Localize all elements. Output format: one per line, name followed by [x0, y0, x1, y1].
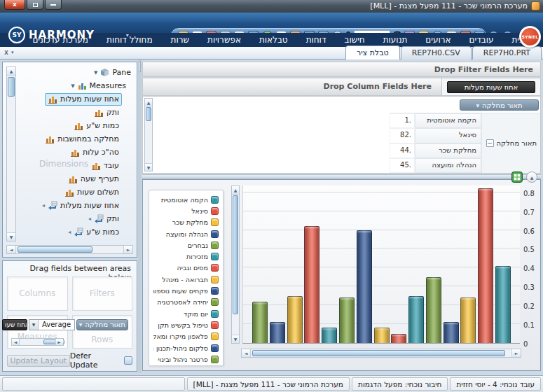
- drop-column-zone[interactable]: Drop Column Fields Here: [142, 78, 441, 96]
- menu-item[interactable]: טבלאות: [250, 34, 297, 46]
- filters-area[interactable]: Filters: [72, 276, 133, 311]
- field-item[interactable]: כמות ש"ע◂: [21, 225, 132, 239]
- close-tab-button[interactable]: x: [4, 48, 8, 56]
- chart-bar: [304, 226, 319, 343]
- collapse-icon[interactable]: −: [486, 139, 494, 147]
- scroll-up-icon[interactable]: ▲: [7, 67, 15, 76]
- columns-area[interactable]: Columns: [7, 276, 68, 311]
- scroll-left-icon[interactable]: ◄: [7, 246, 16, 253]
- defer-update-checkbox[interactable]: [124, 356, 132, 365]
- y-axis-label: 0.1: [523, 321, 535, 329]
- menu-item[interactable]: דוחות: [297, 34, 336, 46]
- scroll-up-icon[interactable]: ▲: [145, 99, 152, 106]
- measures-area-hscrollbar[interactable]: ◄ ►: [11, 338, 64, 346]
- pivot-vscrollbar[interactable]: ▲ ▼: [144, 98, 153, 172]
- rows-field-button[interactable]: ▼ תאור מחלקה: [76, 319, 129, 330]
- field-label: אחוז שעות מעלות: [60, 94, 119, 104]
- scrollbar-thumb[interactable]: [233, 195, 238, 314]
- legend-item: פקחים שעות נוספות: [153, 285, 219, 296]
- measure-field-button[interactable]: אחוז שעות מעלות: [447, 81, 535, 93]
- chart-bar: [287, 296, 303, 343]
- measure-field-chip[interactable]: אחוז שעו: [2, 319, 27, 330]
- field-item[interactable]: תשלום שעות: [21, 186, 132, 199]
- measures-area[interactable]: אחוז שעו ▼ Average Measures ◄ ►: [7, 315, 68, 349]
- restore-button[interactable]: [27, 0, 43, 10]
- pane-caret-icon[interactable]: ▼: [94, 70, 97, 76]
- tab-list-caret-icon[interactable]: ▾: [11, 50, 14, 55]
- horizontal-splitter[interactable]: [142, 174, 541, 179]
- field-item[interactable]: סה"כ עלות: [21, 146, 132, 159]
- measures-header[interactable]: Measures ▼: [21, 79, 132, 92]
- scroll-down-icon[interactable]: ▼: [145, 163, 152, 171]
- chart-bar: [444, 322, 459, 343]
- row-field-button[interactable]: ▼ תאור מחלקה: [460, 99, 539, 111]
- menu-item[interactable]: תנועות: [374, 34, 417, 46]
- tab[interactable]: REP7H0.CSV: [401, 46, 472, 59]
- pivot-row[interactable]: הנהלה ומועצה45.: [390, 158, 481, 173]
- field-item[interactable]: עובד: [21, 159, 132, 172]
- expand-arrow-icon: ◂: [88, 216, 91, 222]
- field-chip: ותק: [91, 106, 122, 119]
- field-item[interactable]: מחלקה במחושבות: [21, 132, 132, 146]
- toolbar-options-caret-icon[interactable]: ▾: [126, 32, 129, 38]
- vertical-splitter[interactable]: [138, 59, 142, 373]
- field-label: עובד: [104, 161, 119, 170]
- chart-hscrollbar[interactable]: ◄ ►: [241, 349, 521, 358]
- legend-swatch: [211, 230, 219, 238]
- status-bar: עובד נוכחי: 4 - יוסי חזזיתחיבור נוכחי: מ…: [0, 375, 543, 392]
- field-list-hscrollbar[interactable]: ◄ ►: [6, 245, 133, 254]
- menu-item[interactable]: אפשרויות: [198, 34, 250, 46]
- minimize-button[interactable]: [45, 0, 62, 10]
- drop-filter-zone[interactable]: Drop Filter Fields Here: [142, 62, 541, 77]
- field-item[interactable]: ותק◂: [21, 212, 132, 225]
- update-layout-button[interactable]: Update Layout: [7, 355, 70, 367]
- pivot-row[interactable]: סינאל82.: [390, 128, 481, 143]
- scroll-left-icon[interactable]: ◄: [12, 339, 20, 345]
- tab[interactable]: REP7H0.PRT: [472, 46, 542, 59]
- menu-item[interactable]: עובדים: [460, 34, 503, 46]
- filter-caret-icon: ▼: [476, 103, 479, 108]
- scroll-left-icon[interactable]: ◄: [242, 349, 251, 357]
- menu-item[interactable]: ארועים: [416, 34, 460, 46]
- scroll-down-icon[interactable]: ▼: [7, 232, 15, 241]
- field-item[interactable]: תעריף שעה: [21, 172, 132, 186]
- splitter-handle[interactable]: [139, 61, 141, 72]
- synel-logo: SYNEL: [519, 26, 541, 48]
- legend-item: נבחרים: [153, 239, 219, 251]
- app-logo: SY HARMONY ▾: [8, 27, 129, 43]
- drag-areas-grid: Filters Columns ▼ תאור מחלקה Rows אחוז ש…: [7, 276, 132, 349]
- tab[interactable]: טבלת ציר: [345, 46, 400, 59]
- aggregation-dropdown[interactable]: ▼ Average: [29, 319, 75, 330]
- scroll-up-icon[interactable]: ▲: [232, 186, 239, 195]
- legend-swatch: [211, 207, 219, 215]
- pivot-row-area: ▼ תאור מחלקה תאור מחלקה − הקמה אוטומטית1…: [390, 97, 540, 173]
- pane-header[interactable]: Pane ▼: [21, 66, 132, 79]
- menu-item[interactable]: שרות: [162, 34, 198, 46]
- field-label: תעריף שעה: [81, 174, 119, 183]
- dropdown-caret-icon: ▼: [29, 320, 39, 330]
- field-item[interactable]: כמות ש"ע: [21, 119, 132, 132]
- scrollbar-thumb[interactable]: [252, 350, 505, 356]
- scrollbar-thumb[interactable]: [146, 107, 151, 121]
- scroll-right-icon[interactable]: ►: [123, 246, 132, 253]
- measures-caret-icon[interactable]: ▼: [71, 83, 74, 89]
- field-item[interactable]: ותק: [21, 106, 132, 119]
- legend-item: יחידה לאסטרטגיה: [153, 297, 219, 308]
- scroll-down-icon[interactable]: ▼: [232, 335, 239, 343]
- collapse-chart-button[interactable]: ▲: [526, 172, 537, 183]
- close-button[interactable]: x: [4, 0, 25, 10]
- field-item[interactable]: אחוז שעות מעלות: [21, 92, 132, 106]
- rows-area[interactable]: ▼ תאור מחלקה Rows: [72, 315, 133, 349]
- scrollbar-thumb[interactable]: [18, 246, 92, 253]
- field-list-vscrollbar[interactable]: ▲ ▼: [6, 66, 16, 241]
- pivot-row[interactable]: מחלקת שכר44.: [390, 144, 481, 158]
- field-chip: תשלום שעות: [62, 186, 122, 199]
- chart-vscrollbar[interactable]: ▲ ▼: [231, 186, 240, 344]
- export-excel-icon[interactable]: [511, 172, 523, 183]
- scrollbar-thumb[interactable]: [8, 77, 15, 97]
- scroll-right-icon[interactable]: ►: [511, 349, 521, 357]
- scroll-right-icon[interactable]: ►: [55, 339, 63, 345]
- menu-item[interactable]: חישוב: [335, 34, 373, 46]
- field-item[interactable]: אחוז שעות מעלות◂: [21, 199, 132, 212]
- pivot-row[interactable]: הקמה אוטומטית1.: [390, 113, 481, 128]
